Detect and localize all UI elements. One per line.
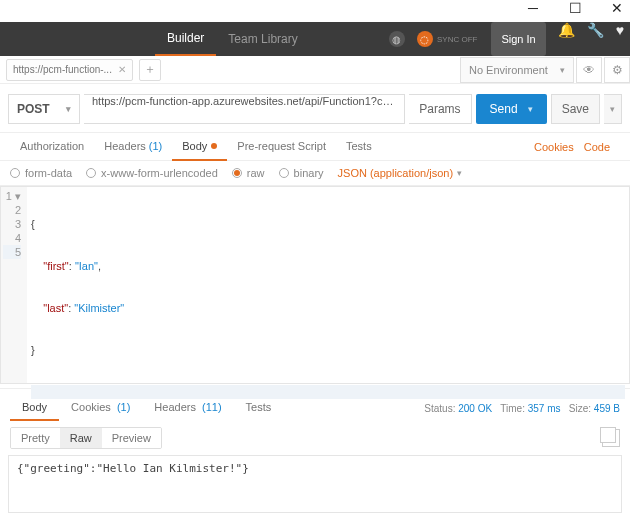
chevron-down-icon: ▾ — [560, 65, 565, 75]
response-meta: Status: 200 OK Time: 357 ms Size: 459 B — [424, 403, 620, 414]
view-raw[interactable]: Raw — [60, 428, 102, 448]
resp-tab-headers[interactable]: Headers (11) — [142, 395, 233, 421]
minimize-button[interactable]: ─ — [524, 0, 542, 16]
bell-icon[interactable]: 🔔 — [552, 22, 581, 56]
radio-urlencoded[interactable]: x-www-form-urlencoded — [86, 167, 218, 179]
request-tab[interactable]: https://pcm-function-... ✕ — [6, 59, 133, 81]
copy-icon[interactable] — [602, 429, 620, 447]
chevron-down-icon: ▾ — [66, 104, 71, 114]
add-tab-button[interactable]: ＋ — [139, 59, 161, 81]
content-type-label: JSON (application/json) — [338, 167, 454, 179]
headers-count: (1) — [149, 140, 162, 152]
request-bar: POST ▾ https://pcm-function-app.azureweb… — [0, 84, 630, 133]
wrench-icon[interactable]: 🔧 — [581, 22, 610, 56]
tab-builder[interactable]: Builder — [155, 22, 216, 56]
editor-code[interactable]: { "first": "Ian", "last": "Kilmister" } — [27, 187, 629, 383]
method-select[interactable]: POST ▾ — [8, 94, 80, 124]
tab-headers-label: Headers — [104, 140, 146, 152]
close-icon[interactable]: ✕ — [118, 64, 126, 75]
chevron-down-icon: ▾ — [528, 104, 533, 114]
body-type-row: form-data x-www-form-urlencoded raw bina… — [0, 161, 630, 186]
resp-tab-tests[interactable]: Tests — [234, 395, 284, 421]
tab-authorization[interactable]: Authorization — [10, 133, 94, 161]
content-type-select[interactable]: JSON (application/json) ▾ — [338, 167, 463, 179]
params-button[interactable]: Params — [409, 94, 471, 124]
sync-icon[interactable]: ◌SYNC OFF — [409, 22, 491, 56]
environment-settings-icon[interactable]: ⚙ — [604, 57, 630, 83]
window-controls: ─ ☐ ✕ — [0, 0, 630, 22]
close-button[interactable]: ✕ — [608, 0, 626, 16]
maximize-button[interactable]: ☐ — [566, 0, 584, 16]
url-input[interactable]: https://pcm-function-app.azurewebsites.n… — [84, 94, 405, 124]
response-body[interactable]: {"greeting":"Hello Ian Kilmister!"} — [8, 455, 622, 513]
body-dot-icon — [211, 143, 217, 149]
cookies-link[interactable]: Cookies — [534, 141, 574, 153]
request-tab-label: https://pcm-function-... — [13, 64, 112, 75]
method-label: POST — [17, 102, 50, 116]
tab-body-label: Body — [182, 140, 207, 152]
view-pretty[interactable]: Pretty — [11, 428, 60, 448]
tab-body[interactable]: Body — [172, 133, 227, 161]
code-link[interactable]: Code — [584, 141, 610, 153]
tab-pre-request[interactable]: Pre-request Script — [227, 133, 336, 161]
chevron-down-icon: ▾ — [457, 168, 462, 178]
environment-select[interactable]: No Environment ▾ — [460, 57, 574, 83]
body-editor[interactable]: 1 ▾ 2 3 4 5 { "first": "Ian", "last": "K… — [0, 186, 630, 384]
heart-icon[interactable]: ♥ — [610, 22, 630, 56]
environment-label: No Environment — [469, 64, 548, 76]
radio-raw[interactable]: raw — [232, 167, 265, 179]
request-sub-tabs: Authorization Headers (1) Body Pre-reque… — [0, 133, 630, 161]
resp-tab-body[interactable]: Body — [10, 395, 59, 421]
save-dropdown[interactable]: ▾ — [604, 94, 622, 124]
send-button[interactable]: Send ▾ — [476, 94, 547, 124]
editor-gutter: 1 ▾ 2 3 4 5 — [1, 187, 27, 383]
resp-tab-cookies[interactable]: Cookies (1) — [59, 395, 142, 421]
radio-form-data[interactable]: form-data — [10, 167, 72, 179]
radio-binary[interactable]: binary — [279, 167, 324, 179]
context-row: https://pcm-function-... ✕ ＋ No Environm… — [0, 56, 630, 84]
interceptor-icon[interactable]: ◍ — [385, 22, 409, 56]
save-button[interactable]: Save — [551, 94, 600, 124]
send-label: Send — [490, 102, 518, 116]
view-preview[interactable]: Preview — [102, 428, 161, 448]
app-header: Builder Team Library ◍ ◌SYNC OFF Sign In… — [0, 22, 630, 56]
sign-in-button[interactable]: Sign In — [491, 22, 545, 56]
tab-headers[interactable]: Headers (1) — [94, 133, 172, 161]
tab-tests[interactable]: Tests — [336, 133, 382, 161]
environment-preview-icon[interactable]: 👁 — [576, 57, 602, 83]
tab-team-library[interactable]: Team Library — [216, 22, 309, 56]
